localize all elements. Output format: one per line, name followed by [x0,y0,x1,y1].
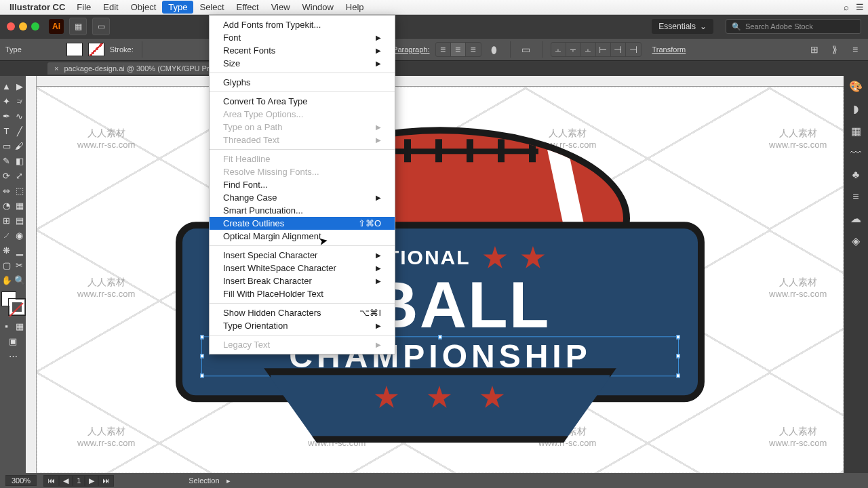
symbols-panel-icon[interactable]: ♣ [852,169,860,181]
free-transform-tool[interactable]: ⬚ [13,183,26,198]
stroke-panel-icon[interactable]: ≡ [852,190,859,203]
mesh-tool[interactable]: ⊞ [0,213,13,228]
color-mode-icon[interactable]: ▪ [0,319,13,333]
menu-item-convert-to-area-type[interactable]: Convert To Area Type [210,95,395,108]
brushes-panel-icon[interactable]: 〰 [850,147,861,159]
search-stock-input[interactable]: 🔍 Search Adobe Stock [726,19,861,34]
rectangle-tool[interactable]: ▭ [0,138,13,153]
width-tool[interactable]: ⇔ [0,183,13,198]
control-center-icon[interactable]: ☰ [856,2,864,12]
menu-object[interactable]: Object [125,1,163,14]
first-page-icon[interactable]: ⏮ [43,475,59,487]
fill-swatch[interactable] [66,43,83,56]
pen-tool[interactable]: ✒ [0,108,13,123]
menu-item-create-outlines[interactable]: Create Outlines⇧⌘O [210,217,395,230]
envelope-icon[interactable]: ▭ [519,42,534,57]
menu-item-type-orientation[interactable]: Type Orientation▶ [210,319,395,332]
menu-item-find-font-[interactable]: Find Font... [210,178,395,191]
menu-effect[interactable]: Effect [231,1,265,14]
menu-type[interactable]: Type [162,1,193,14]
menu-item-insert-whitespace-character[interactable]: Insert WhiteSpace Character▶ [210,262,395,274]
last-page-icon[interactable]: ⏭ [98,475,114,487]
rotate-tool[interactable]: ⟳ [0,168,13,183]
isolate-icon[interactable]: ⊞ [807,42,822,57]
screen-mode-icon[interactable]: ▣ [0,333,26,348]
align-left-icon[interactable]: ≡ [436,43,451,56]
panel-menu-icon[interactable]: ≡ [848,42,863,57]
workspace-switcher[interactable]: Essentials ⌄ [652,19,713,34]
menu-item-size[interactable]: Size▶ [210,57,395,70]
menu-edit[interactable]: Edit [97,1,124,14]
graph-tool[interactable]: ▁ [13,243,26,258]
menu-item-font[interactable]: Font▶ [210,31,395,44]
fill-stroke-control[interactable] [1,291,24,314]
zoom-icon[interactable] [31,22,39,30]
menu-item-recent-fonts[interactable]: Recent Fonts▶ [210,44,395,57]
selection-tool[interactable]: ▲ [0,79,13,94]
arrange-button[interactable]: ▭ [92,18,110,35]
align-hleft-icon[interactable]: ⊢ [596,43,611,56]
symbol-sprayer-tool[interactable]: ❋ [0,243,13,258]
menu-select[interactable]: Select [193,1,230,14]
gradient-mode-icon[interactable]: ▦ [13,319,26,333]
line-tool[interactable]: ╱ [13,123,26,138]
curvature-tool[interactable]: ∿ [13,108,26,123]
prev-page-icon[interactable]: ◀ [59,475,73,487]
status-chevron-icon[interactable]: ▸ [226,476,231,485]
menu-item-show-hidden-characters[interactable]: Show Hidden Characters⌥⌘I [210,306,395,319]
perspective-tool[interactable]: ▦ [13,198,26,213]
tab-close-icon[interactable]: × [54,64,58,73]
artboard-tool[interactable]: ▢ [0,258,13,272]
menu-item-smart-punctuation-[interactable]: Smart Punctuation... [210,204,395,217]
zoom-level[interactable]: 300% [5,475,37,486]
layers-panel-icon[interactable]: ◈ [852,235,860,247]
ruler-horizontal[interactable] [37,76,844,87]
align-right-icon[interactable]: ≡ [466,43,481,56]
eyedropper-tool[interactable]: ⟋ [0,228,13,243]
minimize-icon[interactable] [19,22,27,30]
menu-item-add-fonts-from-typekit-[interactable]: Add Fonts from Typekit... [210,18,395,31]
lasso-tool[interactable]: ⟉ [13,94,26,108]
menu-item-insert-special-character[interactable]: Insert Special Character▶ [210,249,395,262]
menu-item-glyphs[interactable]: Glyphs [210,76,395,89]
align-center-icon[interactable]: ≡ [451,43,466,56]
artboard-nav[interactable]: ⏮ ◀ 1 ▶ ⏭ [43,475,114,487]
menu-window[interactable]: Window [296,1,340,14]
color-guide-icon[interactable]: ◗ [853,102,859,115]
scale-tool[interactable]: ⤢ [13,168,26,183]
align-vcenter-icon[interactable]: ⫟ [566,43,581,56]
gradient-tool[interactable]: ▤ [13,213,26,228]
paintbrush-tool[interactable]: 🖌 [13,138,26,153]
menu-item-insert-break-character[interactable]: Insert Break Character▶ [210,274,395,287]
bridge-button[interactable]: ▦ [69,18,87,35]
wifi-icon[interactable]: ⌕ [844,2,849,12]
ruler-vertical[interactable] [26,76,37,473]
close-icon[interactable] [7,22,15,30]
align-top-icon[interactable]: ⫠ [551,43,566,56]
window-traffic-lights[interactable] [7,22,39,30]
page-number[interactable]: 1 [73,475,85,487]
menu-file[interactable]: File [71,1,97,14]
menu-item-optical-margin-alignment[interactable]: Optical Margin Alignment [210,230,395,243]
chevron-icon[interactable]: ⟫ [827,42,842,57]
hand-tool[interactable]: ✋ [0,272,13,287]
color-panel-icon[interactable]: 🎨 [849,80,863,93]
align-hright-icon[interactable]: ⊣ [626,43,641,56]
blend-tool[interactable]: ◉ [13,228,26,243]
zoom-tool[interactable]: 🔍 [13,272,26,287]
next-page-icon[interactable]: ▶ [85,475,98,487]
edit-toolbar-icon[interactable]: ⋯ [0,348,26,363]
swatches-panel-icon[interactable]: ▦ [851,125,861,138]
direct-selection-tool[interactable]: ▶ [13,79,26,94]
shaper-tool[interactable]: ✎ [0,153,13,168]
eraser-tool[interactable]: ◧ [13,153,26,168]
libraries-panel-icon[interactable]: ☁ [850,212,861,225]
menu-view[interactable]: View [265,1,296,14]
menu-help[interactable]: Help [340,1,370,14]
stroke-swatch[interactable] [88,43,104,56]
magic-wand-tool[interactable]: ✦ [0,94,13,108]
menu-item-fill-with-placeholder-text[interactable]: Fill With PlaceHolder Text [210,287,395,300]
shape-builder-tool[interactable]: ◔ [0,198,13,213]
warp-icon[interactable]: ⬮ [487,42,502,57]
slice-tool[interactable]: ✂ [13,258,26,272]
